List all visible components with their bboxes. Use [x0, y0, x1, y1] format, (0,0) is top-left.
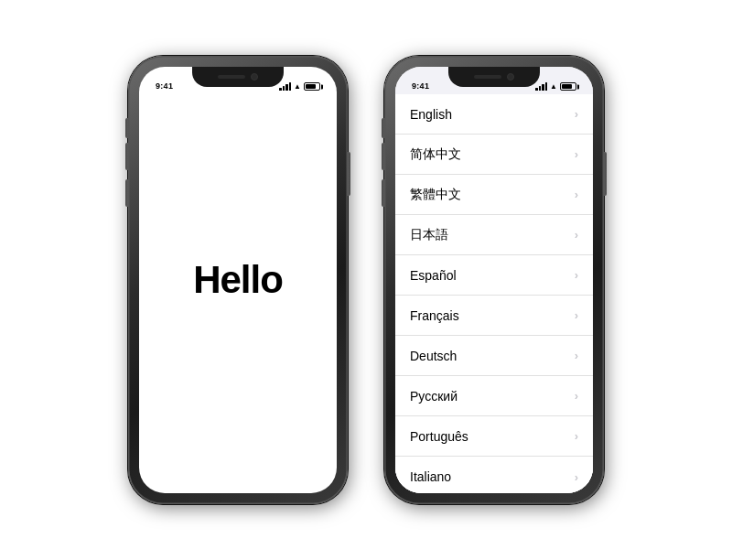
silent-button: [125, 118, 128, 138]
chevron-right-icon: ›: [575, 308, 578, 322]
language-item-french[interactable]: Français›: [395, 296, 593, 336]
language-name-simplified-chinese: 简体中文: [410, 146, 461, 163]
language-item-spanish[interactable]: Español›: [395, 255, 593, 296]
hello-screen: Hello: [139, 67, 337, 493]
language-item-portuguese[interactable]: Português›: [395, 416, 593, 457]
volume-up-button-2: [382, 143, 384, 170]
wifi-icon-1: ▲: [294, 82, 301, 91]
language-name-russian: Русский: [410, 389, 458, 404]
chevron-right-icon: ›: [575, 389, 578, 403]
language-screen: English›简体中文›繁體中文›日本語›Español›Français›D…: [395, 67, 593, 493]
power-button: [348, 152, 350, 196]
volume-down-button: [125, 179, 128, 207]
language-name-traditional-chinese: 繁體中文: [410, 187, 461, 203]
language-name-spanish: Español: [410, 268, 457, 283]
camera-2: [507, 73, 514, 81]
speaker-2: [474, 75, 501, 79]
notch-2: [448, 67, 540, 87]
phone-2: 9:41 ▲ English›简体中文›繁體中文›日本語›Español›Fra…: [384, 56, 604, 504]
chevron-right-icon: ›: [575, 147, 578, 161]
phone-1: 9:41 ▲ Hello: [128, 56, 348, 504]
volume-up-button: [125, 143, 128, 170]
signal-icon-2: [535, 82, 547, 91]
volume-down-button-2: [382, 179, 384, 207]
language-item-japanese[interactable]: 日本語›: [395, 215, 593, 255]
notch-1: [192, 67, 284, 87]
phone-1-screen: 9:41 ▲ Hello: [139, 67, 337, 493]
status-time-1: 9:41: [156, 81, 173, 91]
language-name-french: Français: [410, 308, 459, 323]
language-item-traditional-chinese[interactable]: 繁體中文›: [395, 175, 593, 215]
status-time-2: 9:41: [412, 81, 429, 91]
battery-icon-1: [304, 82, 320, 91]
signal-icon-1: [279, 82, 291, 91]
chevron-right-icon: ›: [575, 188, 578, 201]
camera-1: [251, 73, 258, 81]
chevron-right-icon: ›: [575, 470, 578, 484]
language-item-german[interactable]: Deutsch›: [395, 336, 593, 376]
speaker-1: [218, 75, 245, 79]
hello-text: Hello: [193, 258, 283, 302]
language-name-italian: Italiano: [410, 469, 451, 484]
chevron-right-icon: ›: [575, 228, 578, 242]
chevron-right-icon: ›: [575, 107, 578, 121]
language-item-italian[interactable]: Italiano›: [395, 457, 593, 493]
chevron-right-icon: ›: [575, 349, 578, 362]
status-icons-1: ▲: [279, 82, 320, 91]
battery-icon-2: [560, 82, 576, 91]
wifi-icon-2: ▲: [550, 82, 557, 91]
language-item-english[interactable]: English›: [395, 94, 593, 135]
chevron-right-icon: ›: [575, 429, 578, 443]
power-button-2: [604, 152, 607, 196]
silent-button-2: [382, 118, 384, 138]
chevron-right-icon: ›: [575, 268, 578, 282]
language-name-japanese: 日本語: [410, 227, 448, 243]
language-list: English›简体中文›繁體中文›日本語›Español›Français›D…: [395, 94, 593, 493]
language-item-russian[interactable]: Русский›: [395, 376, 593, 416]
phone-2-screen: 9:41 ▲ English›简体中文›繁體中文›日本語›Español›Fra…: [395, 67, 593, 493]
language-name-portuguese: Português: [410, 429, 468, 444]
status-icons-2: ▲: [535, 82, 576, 91]
language-item-simplified-chinese[interactable]: 简体中文›: [395, 135, 593, 175]
language-name-english: English: [410, 107, 452, 122]
language-name-german: Deutsch: [410, 349, 457, 363]
